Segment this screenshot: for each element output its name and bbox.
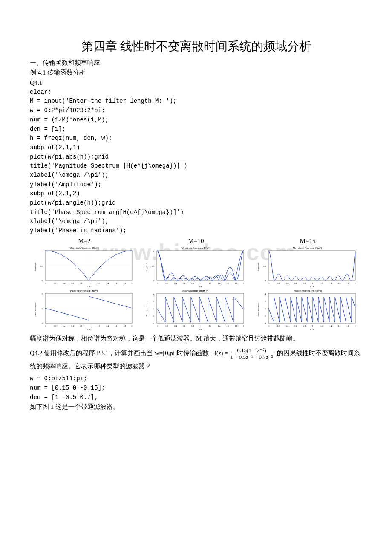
code-line: M = input('Enter the filter length M: ')… <box>30 97 362 106</box>
svg-text:Amplitude: Amplitude <box>34 262 36 271</box>
svg-text:0.8: 0.8 <box>303 282 306 284</box>
svg-text:1.4: 1.4 <box>218 325 221 327</box>
svg-text:0.2: 0.2 <box>277 282 280 284</box>
svg-text:Phase in radians: Phase in radians <box>146 302 148 316</box>
svg-text:Phase Spectrum arg[H(ejω)]: Phase Spectrum arg[H(ejω)] <box>182 289 210 292</box>
svg-text:0: 0 <box>153 280 155 282</box>
magnitude-chart-m15: Magnitude Spectrum |H(ejω)| Amplitude 00… <box>253 246 362 288</box>
fraction: 0.15(1 − z⁻²)1 − 0.5z⁻¹ + 0.7z⁻² <box>229 347 274 360</box>
svg-text:0.4: 0.4 <box>174 282 177 284</box>
section-heading: 一、传输函数和频率响应 <box>30 58 362 68</box>
svg-text:1: 1 <box>265 250 266 252</box>
chart-column: M=10 Magnitude Spectrum |H(ejω)| Amplitu… <box>141 237 251 331</box>
code-line: ylabel('Phase in radians'); <box>30 226 362 236</box>
svg-text:2: 2 <box>243 282 244 284</box>
svg-text:2: 2 <box>131 282 133 284</box>
svg-rect-78 <box>268 251 355 280</box>
svg-text:Phase Spectrum arg[H(ejω)]: Phase Spectrum arg[H(ejω)] <box>70 289 98 292</box>
svg-text:Magnitude Spectrum |H(ejω)|: Magnitude Spectrum |H(ejω)| <box>293 246 322 250</box>
chart-m-label: M=10 <box>141 237 251 245</box>
svg-text:1.8: 1.8 <box>235 325 238 327</box>
svg-text:1.2: 1.2 <box>209 325 212 327</box>
svg-text:2: 2 <box>42 293 43 295</box>
code-line: title('Phase Spectrum arg[H(e^{j\omega})… <box>30 208 362 217</box>
chart-m-label: M=15 <box>253 237 362 245</box>
svg-text:1.8: 1.8 <box>123 325 126 327</box>
svg-text:0.6: 0.6 <box>294 325 297 327</box>
svg-text:0.6: 0.6 <box>71 325 74 327</box>
code-line: num = (1/M)*ones(1,M); <box>30 116 362 125</box>
svg-text:1: 1 <box>312 325 313 327</box>
svg-text:-2: -2 <box>41 322 43 324</box>
code-line: title('Magnitude Spectrum |H(e^{j\omega}… <box>30 162 362 171</box>
svg-text:1.2: 1.2 <box>320 282 323 284</box>
svg-text:0.6: 0.6 <box>183 282 186 284</box>
svg-text:2: 2 <box>131 325 133 327</box>
code-line: subplot(2,1,2) <box>30 189 362 199</box>
code-block-2: w = 0:pi/511:pi;num = [0.15 0 -0.15];den… <box>30 374 362 402</box>
svg-text:0.8: 0.8 <box>80 282 83 284</box>
svg-text:1.2: 1.2 <box>97 282 100 284</box>
svg-text:1.6: 1.6 <box>226 325 229 327</box>
svg-text:ω /π: ω /π <box>199 286 202 288</box>
svg-text:1: 1 <box>153 250 155 252</box>
svg-text:0.5: 0.5 <box>152 265 155 267</box>
svg-text:0.2: 0.2 <box>165 282 168 284</box>
svg-text:0.5: 0.5 <box>263 265 266 267</box>
svg-text:0.6: 0.6 <box>71 282 74 284</box>
svg-text:0.8: 0.8 <box>80 325 83 327</box>
svg-text:2: 2 <box>265 300 266 302</box>
svg-text:Magnitude Spectrum |H(ejω)|: Magnitude Spectrum |H(ejω)| <box>69 246 99 250</box>
svg-text:1: 1 <box>312 282 313 284</box>
svg-text:1: 1 <box>200 282 202 284</box>
svg-text:2: 2 <box>355 282 356 284</box>
svg-text:1.4: 1.4 <box>218 282 221 284</box>
phase-chart-m15: Phase Spectrum arg[H(ejω)] Phase in radi… <box>253 288 362 331</box>
svg-text:ω /π: ω /π <box>310 286 314 288</box>
svg-text:-4: -4 <box>153 322 155 324</box>
svg-text:-4: -4 <box>264 322 266 324</box>
svg-text:0.2: 0.2 <box>277 325 280 327</box>
question-label: Q4.1 <box>30 78 362 88</box>
svg-text:0.4: 0.4 <box>63 325 66 327</box>
svg-text:4: 4 <box>153 293 155 295</box>
svg-text:-2: -2 <box>264 315 266 317</box>
svg-text:0.5: 0.5 <box>40 265 43 267</box>
svg-text:0.4: 0.4 <box>174 325 177 327</box>
svg-text:4: 4 <box>265 293 266 295</box>
code-line: ylabel('Amplitude'); <box>30 180 362 190</box>
code-line: plot(w/pi,abs(h));grid <box>30 153 362 162</box>
svg-text:0: 0 <box>42 280 43 282</box>
charts-row: M=2 Magnitude Spectrum |H(ejω)| Amplitud… <box>30 237 362 331</box>
svg-text:0.4: 0.4 <box>63 282 66 284</box>
code-block-1: clear;M = input('Enter the filter length… <box>30 88 362 236</box>
svg-text:Phase in radians: Phase in radians <box>34 302 36 316</box>
svg-text:Amplitude: Amplitude <box>257 262 259 271</box>
svg-text:1.8: 1.8 <box>346 325 349 327</box>
eq-lhs: H(z) = <box>212 350 230 356</box>
svg-text:0.8: 0.8 <box>191 282 194 284</box>
svg-text:ω /π: ω /π <box>87 328 91 330</box>
q42-prefix: Q4.2 使用修改后的程序 P3.1，计算并画出当 w=[0,pi]时传输函数 <box>30 350 210 356</box>
code-line: num = [0.15 0 -0.15]; <box>30 384 362 393</box>
svg-text:0.6: 0.6 <box>183 325 186 327</box>
code-line: clear; <box>30 88 362 97</box>
svg-text:1.8: 1.8 <box>123 282 126 284</box>
svg-text:1.6: 1.6 <box>338 325 341 327</box>
code-line: plot(w/pi,angle(h));grid <box>30 199 362 208</box>
svg-text:0: 0 <box>153 308 155 310</box>
svg-text:2: 2 <box>243 325 244 327</box>
svg-text:0: 0 <box>268 325 270 327</box>
svg-text:0.4: 0.4 <box>286 325 289 327</box>
svg-text:ω /π: ω /π <box>310 328 314 330</box>
code-line: w = 0:2*pi/1023:2*pi; <box>30 106 362 116</box>
svg-text:0.2: 0.2 <box>165 325 168 327</box>
code-line: subplot(2,1,1) <box>30 143 362 153</box>
svg-text:0: 0 <box>45 282 46 284</box>
phase-chart-m10: Phase Spectrum arg[H(ejω)] Phase in radi… <box>141 288 251 331</box>
conclusion-text: 幅度谱为偶对称，相位谱为奇对称，这是一个低通滤波器。M 越大，通带越窄且过渡带越… <box>30 333 362 344</box>
chart-column: M=2 Magnitude Spectrum |H(ejω)| Amplitud… <box>30 237 139 331</box>
code-line: xlabel('\omega /\pi'); <box>30 217 362 226</box>
svg-text:Amplitude: Amplitude <box>146 262 148 271</box>
chart-column: M=15 Magnitude Spectrum |H(ejω)| Amplitu… <box>253 237 362 331</box>
